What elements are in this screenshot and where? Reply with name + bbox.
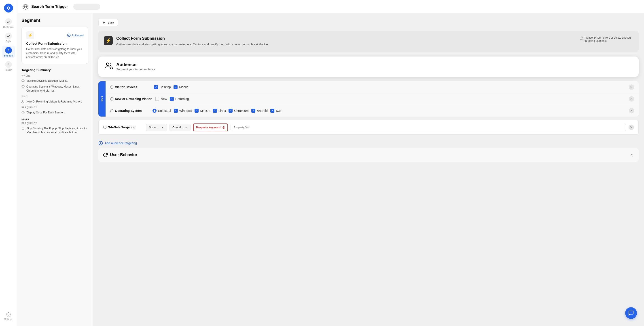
macos-label: MacOs: [200, 109, 210, 113]
user-behavior-section: User Behavior: [98, 148, 639, 162]
svg-point-17: [106, 63, 109, 65]
property-val-input[interactable]: [230, 124, 626, 131]
segment-card-title: Collect Form Submission: [26, 41, 84, 45]
svg-point-0: [8, 314, 9, 315]
where-item-1: Visitor's Device is Desktop, Mobile,: [26, 79, 68, 83]
who-item-1: New Or Returning Visitors is Returning V…: [26, 100, 82, 104]
linux-option[interactable]: Linux: [213, 109, 226, 113]
nav-settings[interactable]: Settings: [2, 310, 15, 323]
svg-point-10: [22, 101, 23, 102]
targeting-rows: Visitor Devices Desktop Mobile: [106, 81, 639, 117]
targeting-rows-wrapper: AND Visitor Devices: [98, 81, 639, 117]
operating-system-options: Select All Windows MacOs: [152, 109, 626, 113]
info-circle-icon-3[interactable]: [110, 109, 114, 113]
check-circle-icon: [67, 33, 71, 37]
nav-step-customize: [5, 18, 12, 25]
new-option[interactable]: New: [155, 97, 167, 101]
gear-icon: [6, 312, 11, 317]
windows-option[interactable]: Windows: [174, 109, 192, 113]
new-returning-options: New Returning: [155, 97, 625, 101]
show-dropdown-value: Show ...: [149, 126, 160, 129]
freq-item-1: Display Once For Each Session.: [26, 111, 65, 115]
android-checkbox[interactable]: [251, 109, 255, 113]
desktop-checkbox[interactable]: [154, 85, 158, 89]
ios-checkbox[interactable]: [270, 109, 274, 113]
top-header: Search Term Trigger: [17, 0, 644, 13]
segment-card-icon: ⚡: [26, 31, 34, 39]
frequency-label: FREQUENCY: [22, 106, 88, 109]
message-icon: [628, 310, 634, 316]
nav-segment[interactable]: 3 Segment: [2, 45, 15, 58]
chromium-checkbox[interactable]: [228, 109, 232, 113]
svg-rect-7: [22, 86, 24, 87]
desktop-option[interactable]: Desktop: [154, 85, 171, 89]
nav-publish[interactable]: 4 Publish: [2, 60, 15, 72]
new-checkbox[interactable]: [155, 97, 159, 101]
where-item-2: Operating System is Windows, Macos, Linu…: [26, 85, 88, 93]
audience-subtitle: Segment your target audience: [116, 68, 155, 71]
returning-option[interactable]: Returning: [170, 97, 189, 101]
property-keyword-input[interactable]: Property keyword ⊗: [193, 124, 228, 131]
macos-option[interactable]: MacOs: [194, 109, 210, 113]
main-content: Back ⚡ Collect Form Submission Gather us…: [93, 13, 644, 326]
audience-icon: [105, 62, 113, 71]
visitor-devices-delete[interactable]: ✕: [629, 84, 634, 90]
select-all-option[interactable]: Select All: [152, 109, 171, 113]
clock-icon: [22, 111, 24, 114]
show-dropdown[interactable]: Show ...: [146, 124, 167, 131]
nav-publish-label: Publish: [5, 69, 12, 71]
windows-checkbox[interactable]: [174, 109, 178, 113]
header-search: [73, 3, 100, 10]
nav-customize[interactable]: Customize: [2, 17, 15, 29]
info-circle-icon-2[interactable]: [110, 97, 114, 101]
hide-freq-label: FREQUENCY: [22, 122, 88, 125]
info-circle-icon-4[interactable]: [103, 126, 107, 129]
segment-card-header: ⚡ Activated: [26, 31, 84, 39]
select-all-radio[interactable]: [152, 109, 156, 113]
info-circle-icon[interactable]: [110, 85, 114, 89]
sidebar: Segment ⚡ Activated Collect Form Submiss…: [17, 13, 93, 326]
chat-fab[interactable]: [625, 307, 637, 319]
sitedata-delete[interactable]: ✕: [628, 125, 634, 130]
select-all-label: Select All: [158, 109, 171, 113]
nav-step-segment: 3: [5, 47, 12, 54]
returning-checkbox[interactable]: [170, 97, 174, 101]
targeting-summary-section: Targeting Summary WHERE Visitor's Device…: [22, 68, 88, 136]
info-icon: [580, 36, 583, 40]
users-icon: [105, 62, 113, 70]
back-button-label: Back: [108, 21, 114, 24]
chevron-down-icon: [161, 126, 164, 129]
nav-style[interactable]: Style: [2, 31, 15, 44]
linux-checkbox[interactable]: [213, 109, 217, 113]
sidebar-who-row: New Or Returning Visitors is Returning V…: [22, 100, 88, 104]
macos-checkbox[interactable]: [194, 109, 198, 113]
user-behavior-title: User Behavior: [103, 153, 137, 158]
app-logo[interactable]: Q: [4, 3, 13, 12]
monitor-icon-2: [22, 85, 24, 88]
hide-freq-row: Stop Showing The Popup: Stop displaying …: [22, 126, 88, 135]
back-button[interactable]: Back: [98, 19, 118, 26]
sidebar-freq-row: Display Once For Each Session.: [22, 111, 88, 115]
nav-customize-label: Customize: [3, 26, 14, 28]
mobile-checkbox[interactable]: [174, 85, 178, 89]
add-audience-button[interactable]: Add audience targeting: [98, 138, 639, 148]
hide-if-label: Hide if: [22, 118, 88, 121]
operating-system-delete[interactable]: ✕: [629, 108, 634, 113]
property-keyword-text: Property keyword: [196, 126, 220, 129]
hide-if-section: Hide if FREQUENCY Stop Showing The Popup…: [22, 118, 88, 135]
contains-dropdown[interactable]: Contai...: [170, 124, 190, 131]
new-returning-delete[interactable]: ✕: [629, 96, 634, 102]
contains-dropdown-value: Contai...: [172, 126, 183, 129]
property-keyword-clear[interactable]: ⊗: [222, 125, 225, 130]
android-option[interactable]: Android: [251, 109, 268, 113]
chromium-option[interactable]: Chromium: [228, 109, 249, 113]
chevron-up-icon[interactable]: [630, 153, 634, 157]
stop-icon: [22, 127, 24, 130]
ios-option[interactable]: IOS: [270, 109, 281, 113]
hide-item-1: Stop Showing The Popup: Stop displaying …: [26, 126, 88, 135]
new-returning-row: New or Returning Visitor New Returning: [106, 93, 639, 105]
collect-form-warning: Please fix form errors or delete unused …: [580, 36, 633, 42]
collect-form-card: ⚡ Collect Form Submission Gather user da…: [98, 31, 639, 52]
sitedata-text: SiteData Targeting: [108, 126, 136, 129]
mobile-option[interactable]: Mobile: [174, 85, 188, 89]
